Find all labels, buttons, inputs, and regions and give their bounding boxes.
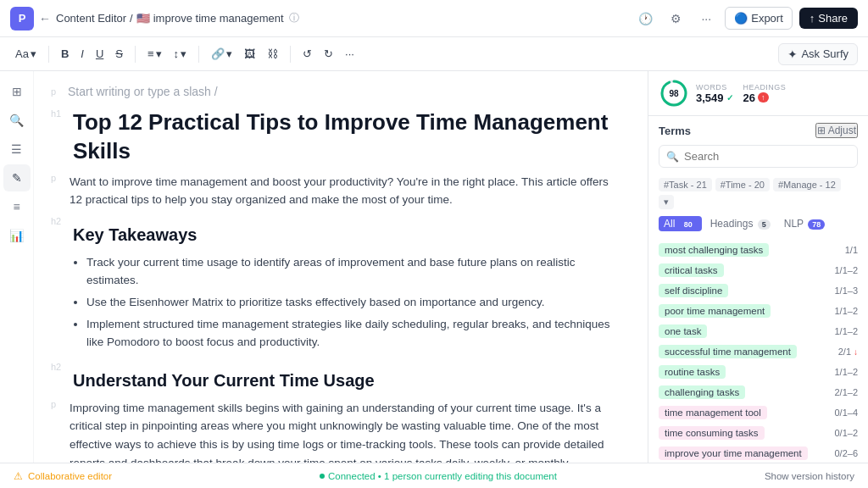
hyperlink-button[interactable]: ⛓ <box>262 44 283 64</box>
search-box[interactable]: 🔍 <box>659 145 858 168</box>
list-item[interactable]: poor time management 1/1–2 <box>648 301 868 321</box>
list-item[interactable]: successful time management 2/1 ↓ <box>648 341 868 362</box>
p-label-2: p <box>51 399 63 409</box>
list-item[interactable]: routine tasks 1/1–2 <box>648 362 868 382</box>
term-chip[interactable]: improve your time management <box>659 446 808 460</box>
collaborative-editor-indicator[interactable]: ⚠ Collaborative editor <box>14 470 112 482</box>
term-chip[interactable]: poor time management <box>659 304 771 318</box>
h2-heading-1[interactable]: Key Takeaways <box>73 223 197 247</box>
tag-chevron[interactable]: ▾ <box>659 195 674 209</box>
term-freq: 1/1–2 <box>834 367 858 377</box>
search-input[interactable] <box>684 150 850 163</box>
image-button[interactable]: 🖼 <box>239 44 260 64</box>
info-icon[interactable]: ⓘ <box>289 11 299 25</box>
term-chip[interactable]: critical tasks <box>659 263 724 277</box>
tab-headings[interactable]: Headings 5 <box>705 216 776 231</box>
list-item[interactable]: one task 1/1–2 <box>648 321 868 341</box>
bullets-block: Track your current time usage to identif… <box>51 253 614 355</box>
term-chip[interactable]: self discipline <box>659 284 728 297</box>
list-item[interactable]: most challenging tasks 1/1 <box>648 240 868 260</box>
history-group: ↺ ↻ ··· <box>298 44 359 64</box>
adjust-button[interactable]: ⊞ Adjust <box>815 123 858 138</box>
share-button[interactable]: ↑ Share <box>799 8 858 29</box>
list-item: Use the Eisenhower Matrix to prioritize … <box>86 293 614 312</box>
font-size-btn[interactable]: Aa ▾ <box>10 44 42 64</box>
words-stat: WORDS 3,549 ✓ <box>696 83 733 104</box>
list-item[interactable]: challenging tasks 2/1–2 <box>648 382 868 402</box>
header-left: P ← Content Editor / 🇺🇸 improve time man… <box>10 7 626 30</box>
headings-label: HEADINGS <box>743 83 787 92</box>
stats-bar: 98 WORDS 3,549 ✓ HEADINGS 26 ↑ <box>648 71 868 116</box>
ask-surfy-button[interactable]: ✦ Ask Surfy <box>778 43 858 65</box>
wp-icon: 🔵 <box>734 12 748 25</box>
editor-area[interactable]: p Start writing or type a slash / h1 Top… <box>34 71 648 463</box>
more-toolbar-btn[interactable]: ··· <box>340 44 359 64</box>
tag-task[interactable]: #Task - 21 <box>659 178 712 191</box>
list-item[interactable]: improve your time management 0/2–6 <box>648 443 868 463</box>
back-button[interactable]: ← <box>39 12 51 25</box>
spacing-button[interactable]: ↕ ▾ <box>169 44 192 64</box>
format-group: B I U S <box>56 44 128 64</box>
app-icon: P <box>10 7 34 30</box>
term-chip[interactable]: most challenging tasks <box>659 243 769 257</box>
h2-heading-2[interactable]: Understand Your Current Time Usage <box>73 369 375 392</box>
para-block-1: p Improving time management skills begin… <box>51 399 614 463</box>
term-chip[interactable]: time consuming tasks <box>659 426 765 440</box>
sidebar-home-icon[interactable]: ⊞ <box>3 78 31 105</box>
sidebar-editor-icon[interactable]: ✎ <box>3 164 31 191</box>
term-freq: 0/1–2 <box>834 428 858 438</box>
italic-button[interactable]: I <box>75 44 89 64</box>
export-button[interactable]: 🔵 Export <box>725 7 793 30</box>
tab-all[interactable]: All 80 <box>659 216 702 231</box>
breadcrumb: Content Editor / 🇺🇸 improve time managem… <box>56 12 284 25</box>
sidebar-pages-icon[interactable]: ☰ <box>3 136 31 163</box>
tab-nlp[interactable]: NLP 78 <box>779 216 830 231</box>
list-item[interactable]: time management tool 0/1–4 <box>648 402 868 423</box>
more-options-btn[interactable]: ··· <box>694 7 718 30</box>
connection-status: Connected • 1 person currently editing t… <box>320 471 557 481</box>
term-chip[interactable]: successful time management <box>659 345 797 358</box>
term-chip[interactable]: time management tool <box>659 406 767 419</box>
breadcrumb-separator: / <box>130 12 133 25</box>
bold-button[interactable]: B <box>56 44 74 64</box>
h1-heading[interactable]: Top 12 Practical Tips to Improve Time Ma… <box>73 108 614 166</box>
bottom-bar: ⚠ Collaborative editor Connected • 1 per… <box>0 463 868 488</box>
tag-time[interactable]: #Time - 20 <box>715 178 770 191</box>
settings-icon-btn[interactable]: ⚙ <box>664 7 687 30</box>
undo-button[interactable]: ↺ <box>298 44 317 64</box>
term-chip[interactable]: one task <box>659 324 707 338</box>
list-item[interactable]: time consuming tasks 0/1–2 <box>648 423 868 443</box>
h2-block-1: h2 Key Takeaways <box>51 216 614 247</box>
list-item: Track your current time usage to identif… <box>86 253 614 290</box>
align-button[interactable]: ≡ ▾ <box>142 44 167 64</box>
breadcrumb-root[interactable]: Content Editor <box>56 12 126 25</box>
term-freq: 2/1 <box>838 347 851 357</box>
term-row-with-tooltip: Use 1–4 times. Currently used 0 times. t… <box>648 402 868 423</box>
term-chip[interactable]: challenging tasks <box>659 385 745 399</box>
connected-dot <box>320 474 325 479</box>
p-label-intro: p <box>51 173 63 183</box>
sidebar-search-icon[interactable]: 🔍 <box>3 107 31 134</box>
list-item[interactable]: self discipline 1/1–3 <box>648 280 868 301</box>
terms-header: Terms ⊞ Adjust <box>648 116 868 145</box>
version-history-link[interactable]: Show version history <box>765 471 854 481</box>
header-right: 🕐 ⚙ ··· 🔵 Export ↑ Share <box>633 7 858 30</box>
format-link-button[interactable]: 🔗 ▾ <box>206 44 237 64</box>
underline-button[interactable]: U <box>91 44 108 64</box>
strikethrough-button[interactable]: S <box>110 44 128 64</box>
sidebar-list-icon[interactable]: ≡ <box>3 193 31 220</box>
intro-text[interactable]: Want to improve time management and boos… <box>70 173 614 209</box>
list-item[interactable]: critical tasks 1/1–2 <box>648 260 868 280</box>
term-freq: 1/1–2 <box>834 326 858 336</box>
para-text-1[interactable]: Improving time management skills begins … <box>70 399 614 463</box>
tag-manage[interactable]: #Manage - 12 <box>773 178 841 191</box>
main-area: ⊞ 🔍 ☰ ✎ ≡ 📊 p Start writing or type a sl… <box>0 71 868 463</box>
term-chip[interactable]: routine tasks <box>659 365 726 379</box>
sidebar-analytics-icon[interactable]: 📊 <box>3 222 31 249</box>
header: P ← Content Editor / 🇺🇸 improve time man… <box>0 0 868 37</box>
score-circle: 98 <box>659 78 689 108</box>
redo-button[interactable]: ↻ <box>319 44 338 64</box>
score-number: 98 <box>669 89 678 98</box>
clock-icon-btn[interactable]: 🕐 <box>633 7 657 30</box>
term-freq: 2/1–2 <box>834 387 858 397</box>
